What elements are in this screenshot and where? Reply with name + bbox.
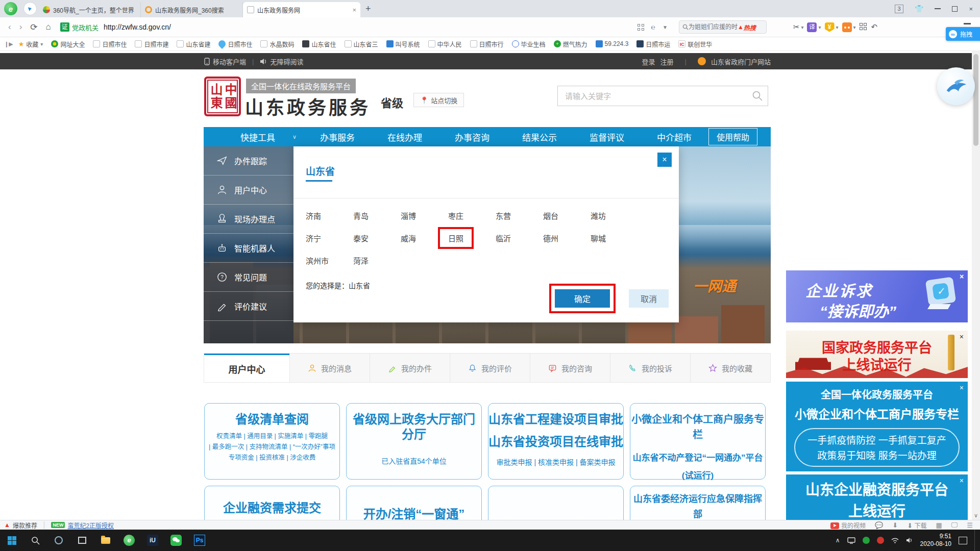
nav-help-button[interactable]: 使用帮助 (708, 128, 757, 145)
monitor-icon[interactable]: 🖵 (951, 521, 958, 529)
bookmark-item[interactable]: 日照市运 (636, 40, 670, 48)
tab-user-center[interactable]: 用户中心 (204, 354, 289, 382)
card-one-window[interactable]: 开办/注销“一窗通” (346, 486, 482, 520)
apps-grid-tool[interactable] (860, 23, 868, 31)
task-view-button[interactable] (70, 530, 94, 551)
qr-code-icon[interactable] (638, 24, 644, 31)
bookmark-item[interactable]: 日照市住 (218, 40, 252, 48)
city-option[interactable]: 淄博 (401, 210, 448, 221)
refresh-icon[interactable]: ⟳ (30, 22, 37, 33)
city-option[interactable]: 临沂 (496, 233, 543, 249)
bookmark-item[interactable]: 水晶数码 (260, 40, 294, 48)
banner-financing-platform[interactable]: × 山东企业融资服务平台 上线运行 (786, 474, 968, 520)
tab-my-complaints[interactable]: 我的投诉 (610, 354, 690, 382)
chat-icon[interactable]: 💬 (875, 521, 883, 529)
mobile-client-link[interactable]: 移动客户端 (213, 57, 246, 66)
menu-icon[interactable]: ☰ (967, 521, 973, 529)
network-icon[interactable] (891, 537, 899, 543)
side-item-robot[interactable]: 智能机器人 (204, 234, 293, 263)
wechat-button[interactable] (164, 530, 188, 551)
browser-logo-icon[interactable]: e (4, 2, 17, 15)
side-item-tracking[interactable]: 办件跟踪 (204, 146, 293, 176)
netdisk-drag-popup[interactable]: ∞ 拖拽 (946, 27, 980, 41)
screenshot-tool[interactable]: ✂▾ (793, 22, 804, 32)
game-tool[interactable]: ▾ (842, 22, 856, 32)
card-project-approval[interactable]: 山东省工程建设项目审批 山东省投资项目在线审批 审批类申报 | 核准类申报 | … (488, 403, 624, 480)
city-option[interactable]: 潍坊 (591, 210, 638, 221)
my-videos-link[interactable]: 我的视频 (830, 521, 866, 530)
action-center-icon[interactable] (959, 537, 967, 544)
card-online-hall[interactable]: 省级网上政务大厅部门 分厅 已入驻省直54个单位 (346, 403, 482, 480)
bookmark-item[interactable]: 日照市建 (135, 40, 168, 48)
browser-search-input[interactable] (689, 23, 738, 31)
city-option[interactable]: 菏泽 (353, 255, 401, 266)
bookmark-item[interactable]: 山东省住 (302, 40, 336, 48)
tab-count-badge[interactable]: 3 (895, 5, 903, 13)
file-explorer-button[interactable] (94, 530, 117, 551)
city-option[interactable]: 济南 (306, 210, 353, 221)
city-option[interactable]: 东营 (496, 210, 543, 221)
volume-icon[interactable] (906, 537, 913, 543)
side-item-usercenter[interactable]: 用户中心 (204, 176, 293, 205)
site-switch-button[interactable]: 📍 站点切换 (413, 93, 464, 107)
nav-item-online[interactable]: 在线办理 (387, 131, 422, 143)
city-option[interactable]: 烟台 (543, 210, 591, 221)
bird-float-widget[interactable] (937, 67, 975, 105)
card-financing[interactable]: 企业融资需求提交 复工复产企业备案(试行) (204, 486, 340, 520)
tray-expand-icon[interactable]: ∧ (836, 537, 840, 544)
portal-link[interactable]: 山东省政府门户网站 (711, 57, 771, 66)
nav-item-agency[interactable]: 中介超市 (657, 131, 692, 143)
bookmark-item[interactable]: 山东省三 (345, 40, 378, 48)
card-provincial-lists[interactable]: 省级清单查阅 权责清单 | 通用目录 | 实施清单 | 零跑腿 | 最多跑一次 … (204, 403, 340, 480)
popup-minimize-dash[interactable] (964, 23, 971, 24)
nav-item-services[interactable]: 办事服务 (320, 131, 355, 143)
scrollbar-thumb[interactable] (973, 54, 978, 146)
photoshop-button[interactable]: Ps (188, 530, 211, 551)
bookmark-item[interactable]: 山东省建 (177, 40, 210, 48)
hot-picks-link[interactable]: 爆款推荐 (13, 521, 37, 530)
bookmark-item[interactable]: IC联创世华 (678, 40, 712, 48)
search-submit-button[interactable] (747, 90, 768, 102)
tab-my-reviews[interactable]: 我的评价 (450, 354, 530, 382)
city-option[interactable]: 滨州市 (306, 255, 353, 266)
site-search-box[interactable] (557, 86, 768, 106)
tab-close-icon[interactable]: × (352, 6, 356, 14)
browser-360-button[interactable]: e (117, 530, 141, 551)
city-option[interactable]: 泰安 (353, 233, 401, 249)
site-search-input[interactable] (558, 92, 747, 101)
download-icon[interactable]: ⬇ (892, 521, 898, 529)
city-option[interactable]: 枣庄 (448, 210, 496, 221)
chevron-down-icon[interactable]: ▼ (663, 24, 668, 30)
nav-item-supervision[interactable]: 监督评议 (590, 131, 624, 143)
side-item-feedback[interactable]: 评价建议 (204, 292, 293, 321)
tab-my-messages[interactable]: 我的消息 (289, 354, 370, 382)
taskbar-search[interactable] (23, 530, 47, 551)
apps-grid-icon[interactable]: ▦ (936, 521, 942, 529)
city-option[interactable]: 德州 (543, 233, 591, 249)
back-icon[interactable]: ‹ (8, 22, 11, 32)
nav-shortcut-icon[interactable] (23, 2, 37, 15)
confirm-button[interactable]: 确定 (555, 289, 610, 308)
tab-active-zwfw[interactable]: 山东政务服务网 × (243, 2, 360, 17)
close-button[interactable]: × (969, 5, 973, 13)
close-icon[interactable]: × (960, 384, 964, 392)
city-option[interactable]: 聊城 (591, 233, 638, 249)
bookmark-item[interactable]: 日照市行 (470, 40, 504, 48)
banner-national-platform[interactable]: × 国家政务服务平台 上线试运行 (786, 331, 968, 378)
tab-360-search[interactable]: 山东政务服务网_360搜索 (141, 2, 243, 17)
start-button[interactable] (0, 530, 23, 551)
forward-icon[interactable]: › (19, 22, 22, 32)
restore-button[interactable] (952, 6, 958, 12)
cortana-button[interactable] (47, 530, 70, 551)
new-tab-button[interactable]: + (365, 4, 371, 14)
bookmark-item[interactable]: 叫号系统 (386, 40, 420, 48)
login-link[interactable]: 登录 (642, 57, 655, 66)
url-text[interactable]: http://zwfw.sd.gov.cn/ (104, 23, 171, 31)
bookmark-item[interactable]: +燃气热力 (554, 40, 587, 48)
tab-my-favorites[interactable]: 我的收藏 (690, 354, 770, 382)
taskbar-clock[interactable]: 9:51 2020-08-10 (920, 533, 951, 548)
bookmark-item[interactable]: 毕业生档 (512, 40, 546, 48)
display-icon[interactable] (847, 537, 855, 544)
bookmarks-expand-icon[interactable]: ❙▶ (4, 41, 13, 47)
game-promo-link[interactable]: 蛮荒纪2正版授权 (67, 521, 114, 530)
